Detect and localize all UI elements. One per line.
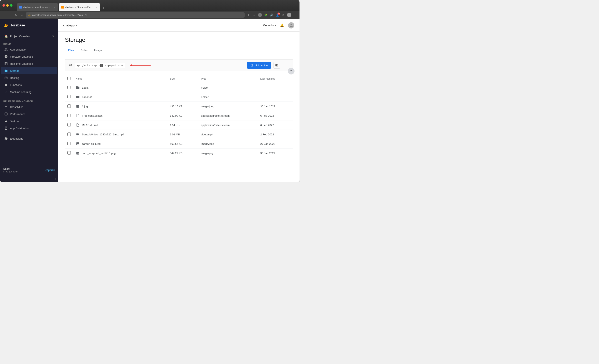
main-content: chat-app ▾ Go to docs 🔔 ? Storage bbox=[58, 19, 300, 182]
back-button[interactable]: ← bbox=[2, 13, 7, 17]
home-button[interactable]: ⌂ bbox=[20, 13, 24, 17]
minimize-button[interactable] bbox=[6, 4, 9, 7]
sidebar-item-firestore[interactable]: Firestore Database bbox=[1, 53, 57, 60]
size-header: Size bbox=[167, 75, 198, 83]
testlab-icon bbox=[4, 119, 8, 123]
table-row[interactable]: banana/ — Folder — bbox=[65, 92, 293, 102]
row-name-cell-6: carbon-ss-1.jpg bbox=[73, 139, 167, 149]
tab-usage[interactable]: Usage bbox=[91, 47, 106, 54]
sound-icon[interactable]: 🔊 bbox=[270, 13, 274, 17]
upload-file-button[interactable]: Upload file bbox=[247, 62, 271, 69]
table-row[interactable]: README.md 1.54 KB application/octet-stre… bbox=[65, 120, 293, 130]
user-avatar[interactable] bbox=[287, 13, 291, 17]
url-bar[interactable]: 🔒 console.firebase.google.com/u/0/projec… bbox=[26, 12, 245, 18]
svg-rect-0 bbox=[5, 62, 7, 65]
row-checkbox-1[interactable] bbox=[67, 95, 71, 98]
notifications-count[interactable]: 27 👤 bbox=[275, 13, 280, 17]
row-checkbox-6[interactable] bbox=[67, 142, 71, 145]
sidebar-item-project-overview[interactable]: 🏠 Project Overview ⚙ bbox=[1, 33, 57, 40]
sidebar-item-performance[interactable]: Performance bbox=[1, 110, 57, 117]
table-row[interactable]: apple/ — Folder — bbox=[65, 83, 293, 92]
functions-icon bbox=[4, 83, 8, 87]
table-row[interactable]: carbon-ss-1.jpg 563.64 KB image/jpeg 27 … bbox=[65, 139, 293, 149]
sidebar-item-ml[interactable]: Machine Learning bbox=[1, 89, 57, 96]
tab-firebase-close[interactable]: ✕ bbox=[95, 6, 98, 9]
row-name-cell-4: README.md bbox=[73, 120, 167, 130]
settings-icon[interactable]: ⚙ bbox=[52, 35, 54, 38]
storage-icon bbox=[4, 69, 8, 73]
collapse-button[interactable]: ‹ bbox=[55, 177, 56, 180]
tab-bucket-favicon bbox=[19, 6, 22, 9]
table-row[interactable]: 1.jpg 435.15 KB image/jpeg 30 Jan 2022 bbox=[65, 102, 293, 111]
file-icon-0 bbox=[76, 86, 80, 90]
row-checkbox-3[interactable] bbox=[67, 114, 71, 117]
tab-firebase[interactable]: chat-app – Storage – Firebase ✕ bbox=[59, 3, 100, 11]
reload-button[interactable]: ↻ bbox=[14, 13, 18, 17]
row-modified-3: 6 Feb 2022 bbox=[258, 111, 293, 120]
table-row[interactable]: card_wrapped_reddit10.png 544.22 KB imag… bbox=[65, 149, 293, 158]
red-arrow-annotation bbox=[128, 63, 153, 68]
profile-icon[interactable] bbox=[258, 13, 262, 17]
file-table: Name Size Type Last modified apple/ — Fo… bbox=[65, 75, 293, 158]
help-button[interactable]: ? bbox=[288, 68, 294, 74]
row-checkbox-cell bbox=[65, 139, 73, 149]
performance-icon bbox=[4, 112, 8, 116]
sidebar-item-appdist[interactable]: App Distribution bbox=[1, 124, 57, 132]
more-options-button[interactable]: ⋮ bbox=[283, 62, 289, 69]
extensions-icon[interactable]: 🧩 bbox=[264, 13, 268, 17]
close-button[interactable] bbox=[2, 4, 5, 7]
addressbar: ← → ↻ ⌂ 🔒 console.firebase.google.com/u/… bbox=[0, 11, 300, 19]
row-name-cell-2: 1.jpg bbox=[73, 102, 167, 111]
share-icon[interactable]: ⬆ bbox=[246, 13, 250, 17]
row-type-6: image/jpeg bbox=[198, 139, 258, 149]
row-name-5: SampleVideo_1280x720_1mb.mp4 bbox=[82, 133, 124, 136]
project-overview-label: Project Overview bbox=[10, 35, 30, 38]
notification-bell[interactable]: 🔔 bbox=[279, 22, 285, 29]
extensions-label: Extensions bbox=[10, 137, 23, 140]
tab-bucket-close[interactable]: ✕ bbox=[53, 6, 56, 9]
forward-button[interactable]: → bbox=[8, 13, 12, 17]
sidebar-item-storage[interactable]: Storage bbox=[1, 67, 57, 74]
sidebar-collapse: ‹ bbox=[0, 175, 58, 182]
performance-label: Performance bbox=[10, 113, 25, 116]
select-all-checkbox[interactable] bbox=[67, 77, 71, 80]
sidebar-item-realtime-db[interactable]: Realtime Database bbox=[1, 60, 57, 67]
toolbar-icons: ⬆ ☆ 🧩 🔊 27 👤 ⚙ ⋮ bbox=[246, 13, 297, 17]
sidebar-item-functions[interactable]: Functions bbox=[1, 81, 57, 89]
upgrade-button[interactable]: Upgrade bbox=[45, 169, 55, 172]
sidebar-item-extensions[interactable]: Extensions bbox=[1, 135, 57, 142]
go-to-docs-link[interactable]: Go to docs bbox=[263, 24, 276, 27]
authentication-icon bbox=[4, 48, 8, 51]
more-menu-icon[interactable]: ⋮ bbox=[293, 13, 297, 17]
tab-rules[interactable]: Rules bbox=[77, 47, 91, 54]
tab-files[interactable]: Files bbox=[65, 47, 77, 54]
row-checkbox-0[interactable] bbox=[67, 86, 71, 89]
tab-bucket[interactable]: chat-app-…pspot.com – Buc… ✕ bbox=[17, 3, 58, 11]
new-tab-button[interactable]: + bbox=[101, 5, 106, 11]
sidebar-item-testlab[interactable]: Test Lab bbox=[1, 117, 57, 124]
bucket-url: gs://chat-app-██.appspot.com bbox=[75, 62, 125, 68]
row-checkbox-2[interactable] bbox=[67, 104, 71, 108]
topbar-user-avatar[interactable] bbox=[288, 22, 294, 29]
sidebar-item-hosting[interactable]: Hosting bbox=[1, 74, 57, 81]
project-selector[interactable]: chat-app ▾ bbox=[63, 24, 77, 27]
sidebar-item-crashlytics[interactable]: Crashlytics bbox=[1, 103, 57, 110]
table-row[interactable]: FreeIcons.sketch 147.08 KB application/o… bbox=[65, 111, 293, 120]
bookmark-icon[interactable]: ☆ bbox=[252, 13, 256, 17]
puzzle-icon[interactable]: ⚙ bbox=[281, 13, 285, 17]
row-checkbox-7[interactable] bbox=[67, 151, 71, 155]
project-dropdown-icon: ▾ bbox=[76, 24, 77, 27]
ml-icon bbox=[4, 90, 8, 94]
tab-firebase-title: chat-app – Storage – Firebase bbox=[65, 6, 93, 8]
table-row[interactable]: SampleVideo_1280x720_1mb.mp4 1.01 MB vid… bbox=[65, 130, 293, 139]
page-title: Storage bbox=[65, 37, 293, 43]
maximize-button[interactable] bbox=[10, 4, 12, 7]
sidebar-item-authentication[interactable]: Authentication bbox=[1, 46, 57, 53]
crashlytics-label: Crashlytics bbox=[10, 106, 23, 109]
row-checkbox-5[interactable] bbox=[67, 133, 71, 136]
hosting-icon bbox=[4, 76, 8, 80]
row-checkbox-4[interactable] bbox=[67, 123, 71, 126]
file-table-body: apple/ — Folder — banana/ — Folder — 1.j… bbox=[65, 83, 293, 158]
file-icon-3 bbox=[76, 114, 80, 118]
new-folder-button[interactable] bbox=[273, 62, 280, 69]
